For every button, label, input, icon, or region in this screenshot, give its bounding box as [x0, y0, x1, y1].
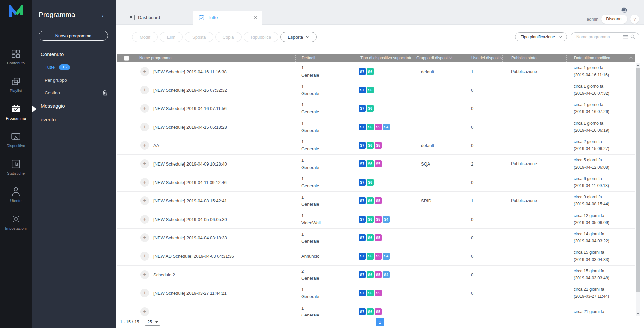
new-program-button[interactable]: Nuovo programma: [39, 31, 108, 41]
s7-device-badge: S7: [359, 216, 366, 223]
globe-icon[interactable]: [621, 7, 627, 13]
schedule-type-dropdown[interactable]: Tipo pianificazione: [515, 32, 567, 41]
table-row[interactable]: + AA 1Generale S7S6S5 default 0 circa 2 …: [117, 136, 635, 155]
rail-item-device[interactable]: Dispositivo: [0, 126, 32, 153]
main-area: Dashboard Tutte: [116, 0, 644, 328]
table-row[interactable]: + [NEW Schedule] 2019-04-16 07:11:56 1Ge…: [117, 99, 635, 118]
expand-row-button[interactable]: +: [140, 123, 149, 131]
s4-device-badge: S4: [383, 216, 390, 223]
display-icon: [11, 131, 21, 142]
move-button[interactable]: Sposta: [185, 32, 213, 42]
toolbar: Modif Elim Sposta Copia Ripubblica Espor…: [116, 32, 644, 42]
s7-device-badge: S7: [359, 271, 366, 278]
expand-row-button[interactable]: +: [140, 67, 149, 76]
column-header-sorted[interactable]: Data ultima modifica: [566, 54, 635, 62]
rail-item-content[interactable]: Contenuto: [0, 43, 32, 71]
rail-item-user[interactable]: Utente: [0, 181, 32, 208]
expand-row-button[interactable]: +: [140, 270, 149, 279]
expand-row-button[interactable]: +: [140, 289, 149, 297]
column-header[interactable]: Tipo di dispositivo supportato: [354, 54, 411, 62]
page-size-select[interactable]: 25: [145, 319, 160, 326]
republish-button[interactable]: Ripubblica: [244, 32, 279, 42]
expand-row-button[interactable]: +: [140, 86, 149, 94]
column-header[interactable]: Dettagli: [295, 54, 354, 62]
vertical-scrollbar[interactable]: [636, 63, 640, 316]
publish-status: Pubblicazione: [502, 161, 566, 166]
scrollbar-thumb[interactable]: [636, 68, 640, 292]
sidebar-item-by-group[interactable]: Per gruppo: [32, 74, 116, 86]
s5-device-badge: S5: [375, 216, 382, 223]
expand-row-button[interactable]: +: [140, 307, 149, 316]
table-row[interactable]: + [NEW Schedule] 2019-04-09 10:28:40 1Ge…: [117, 155, 635, 173]
device-badges: S7S6: [354, 179, 411, 186]
delete-button[interactable]: Elim: [160, 32, 183, 42]
device-usage: 0: [465, 291, 502, 296]
expand-row-button[interactable]: +: [140, 141, 149, 150]
scroll-up-button[interactable]: [636, 63, 640, 67]
copy-button[interactable]: Copia: [215, 32, 241, 42]
details-cell: 1Generale: [295, 231, 354, 245]
tab-dashboard[interactable]: Dashboard: [123, 11, 191, 25]
device-group: default: [411, 143, 465, 148]
table-row[interactable]: + [NEW AD Schedule] 2019-04-03 04:31:36 …: [117, 247, 635, 266]
sidebar-item-recycle-bin[interactable]: Cestino: [32, 86, 116, 99]
close-tab-icon[interactable]: [253, 16, 257, 19]
expand-row-button[interactable]: +: [140, 196, 149, 205]
s7-device-badge: S7: [359, 87, 366, 93]
device-badges: S7S6S5S4: [354, 253, 411, 260]
column-header[interactable]: Nome programma: [136, 54, 295, 62]
s6-device-badge: S6: [367, 290, 374, 296]
page-1-button[interactable]: 1: [376, 318, 384, 326]
table-row[interactable]: + [NEW Schedule] 2019-04-05 06:05:30 1Vi…: [117, 210, 635, 229]
rail-item-playlist[interactable]: Playlist: [0, 71, 32, 98]
sort-ascending-icon[interactable]: [629, 57, 633, 59]
filter-menu-icon[interactable]: [623, 35, 628, 39]
table-row[interactable]: + [NEW Schedule] 2019-04-16 11:16:38 1Ge…: [117, 62, 635, 81]
rail-item-schedule[interactable]: Programma: [0, 98, 32, 126]
s5-device-badge: S5: [375, 253, 382, 260]
edit-button[interactable]: Modif: [132, 32, 158, 42]
sidebar-section-message[interactable]: Messaggio: [32, 99, 116, 112]
sidebar-section-content[interactable]: Contenuto: [32, 47, 116, 61]
table-row[interactable]: + [NEW Schedule] 2019-04-16 07:32:32 1Ge…: [117, 81, 635, 99]
schedule-sidebar: Programma ← Nuovo programma Contenuto Tu…: [32, 0, 116, 328]
export-button[interactable]: Esporta: [280, 32, 317, 42]
table-row[interactable]: + [NEW Schedule] 2019-04-15 06:18:28 1Ge…: [117, 118, 635, 136]
column-header[interactable]: Uso del dispositivo: [465, 54, 502, 62]
search-icon[interactable]: [630, 34, 635, 39]
rail-item-settings[interactable]: Impostazioni: [0, 208, 32, 236]
rail-item-statistics[interactable]: Statistiche: [0, 153, 32, 181]
expand-row-button[interactable]: +: [140, 252, 149, 261]
sidebar-section-event[interactable]: evento: [32, 112, 116, 126]
sidebar-item-label: Per gruppo: [45, 78, 67, 83]
table-row[interactable]: + [NEW Schedule] 2019-04-04 03:18:33 1Ge…: [117, 229, 635, 247]
column-header[interactable]: Pubblica stato: [502, 54, 566, 62]
item-range-label: 1 - 15 / 15: [120, 320, 139, 324]
tab-all-schedules[interactable]: Tutte: [193, 11, 262, 25]
expand-row-button[interactable]: +: [140, 104, 149, 113]
table-row[interactable]: + [NEW Schedule] 2019-03-27 11:44:21 1Ge…: [117, 284, 635, 302]
s6-device-badge: S6: [367, 87, 374, 93]
logout-button[interactable]: Disconn.: [601, 15, 627, 24]
select-all-checkbox[interactable]: [124, 56, 129, 61]
app-logo[interactable]: [8, 0, 24, 43]
sidebar-item-label: Tutte: [45, 65, 55, 70]
column-header[interactable]: Gruppo di dispositivi: [411, 54, 465, 62]
trash-icon[interactable]: [102, 90, 108, 96]
expand-row-button[interactable]: +: [140, 233, 149, 242]
table-row[interactable]: + [NEW Schedule] 2019-04-08 15:42:41 1Ge…: [117, 192, 635, 210]
expand-row-button[interactable]: +: [140, 159, 149, 168]
scroll-down-button[interactable]: [636, 311, 640, 316]
s7-device-badge: S7: [359, 197, 366, 204]
table-row[interactable]: + [NEW Schedule] 2019-04-11 09:12:46 1Ge…: [117, 173, 635, 192]
gear-icon: [11, 214, 21, 224]
help-button[interactable]: ?: [630, 15, 639, 24]
expand-row-button[interactable]: +: [140, 215, 149, 224]
table-row[interactable]: + Schedule 2 2Generale S7S6S5S4 0 circa …: [117, 266, 635, 284]
collapse-sidebar-button[interactable]: ←: [100, 11, 108, 19]
sidebar-item-all[interactable]: Tutte 15: [32, 61, 116, 74]
search-input[interactable]: [576, 35, 621, 39]
table-row[interactable]: + 1Generale S7S6S5 circa 21 giorni fa: [117, 302, 635, 316]
expand-row-button[interactable]: +: [140, 178, 149, 187]
details-cell: Annuncio: [295, 253, 354, 260]
